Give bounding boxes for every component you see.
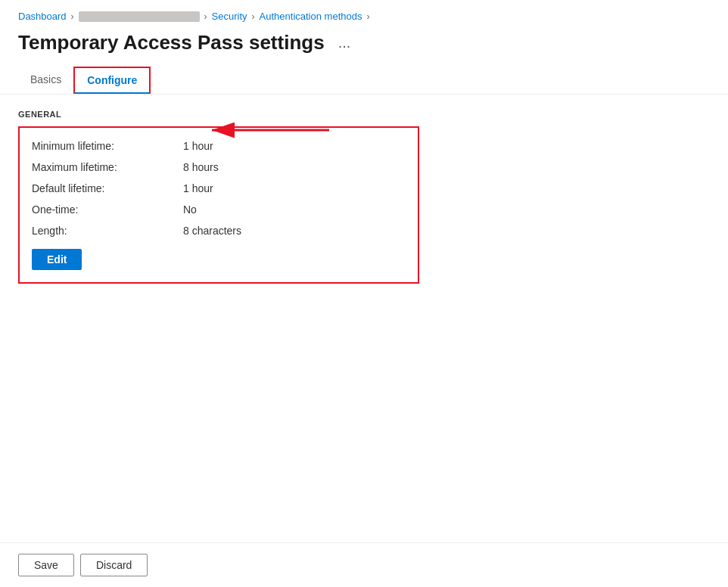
breadcrumb: Dashboard › › Security › Authentication … bbox=[0, 0, 728, 28]
field-label-onetime: One-time: bbox=[32, 203, 183, 216]
breadcrumb-sep2: › bbox=[204, 11, 207, 22]
more-options-button[interactable]: ... bbox=[334, 33, 356, 53]
field-label-length: Length: bbox=[32, 225, 183, 237]
tabs-row: Basics Configure bbox=[0, 67, 728, 95]
field-row-maximum: Maximum lifetime: 8 hours bbox=[32, 161, 406, 173]
field-value-onetime: No bbox=[183, 203, 197, 216]
page-title: Temporary Access Pass settings bbox=[18, 31, 325, 54]
general-box: Minimum lifetime: 1 hour Maximum lifetim… bbox=[18, 126, 419, 284]
field-row-onetime: One-time: No bbox=[32, 203, 406, 216]
field-value-minimum: 1 hour bbox=[183, 140, 213, 152]
tab-configure[interactable]: Configure bbox=[73, 67, 151, 94]
breadcrumb-sep4: › bbox=[366, 11, 369, 22]
bottom-bar: Save Discard bbox=[0, 542, 728, 587]
field-value-length: 8 characters bbox=[183, 225, 241, 237]
save-button[interactable]: Save bbox=[18, 554, 74, 576]
breadcrumb-sep1: › bbox=[71, 11, 74, 22]
field-row-length: Length: 8 characters bbox=[32, 225, 406, 237]
field-row-default: Default lifetime: 1 hour bbox=[32, 182, 406, 194]
edit-button[interactable]: Edit bbox=[32, 249, 82, 270]
tab-basics-label: Basics bbox=[30, 73, 61, 85]
breadcrumb-sep3: › bbox=[252, 11, 255, 22]
tab-basics[interactable]: Basics bbox=[18, 67, 73, 93]
discard-button[interactable]: Discard bbox=[80, 554, 148, 576]
breadcrumb-dashboard[interactable]: Dashboard bbox=[18, 11, 67, 22]
section-label-general: GENERAL bbox=[18, 110, 710, 119]
page-container: Dashboard › › Security › Authentication … bbox=[0, 0, 728, 587]
field-row-minimum: Minimum lifetime: 1 hour bbox=[32, 140, 406, 152]
tab-configure-label: Configure bbox=[87, 74, 137, 86]
breadcrumb-redacted bbox=[79, 11, 200, 22]
page-title-row: Temporary Access Pass settings ... bbox=[0, 28, 728, 67]
breadcrumb-security[interactable]: Security bbox=[212, 11, 247, 22]
breadcrumb-auth-methods[interactable]: Authentication methods bbox=[260, 11, 362, 22]
field-label-maximum: Maximum lifetime: bbox=[32, 161, 183, 173]
field-value-default: 1 hour bbox=[183, 182, 213, 194]
field-label-default: Default lifetime: bbox=[32, 182, 183, 194]
field-label-minimum: Minimum lifetime: bbox=[32, 140, 183, 152]
content-area: GENERAL Minimum lifetime: 1 hour Maximum… bbox=[0, 95, 728, 542]
field-value-maximum: 8 hours bbox=[183, 161, 219, 173]
